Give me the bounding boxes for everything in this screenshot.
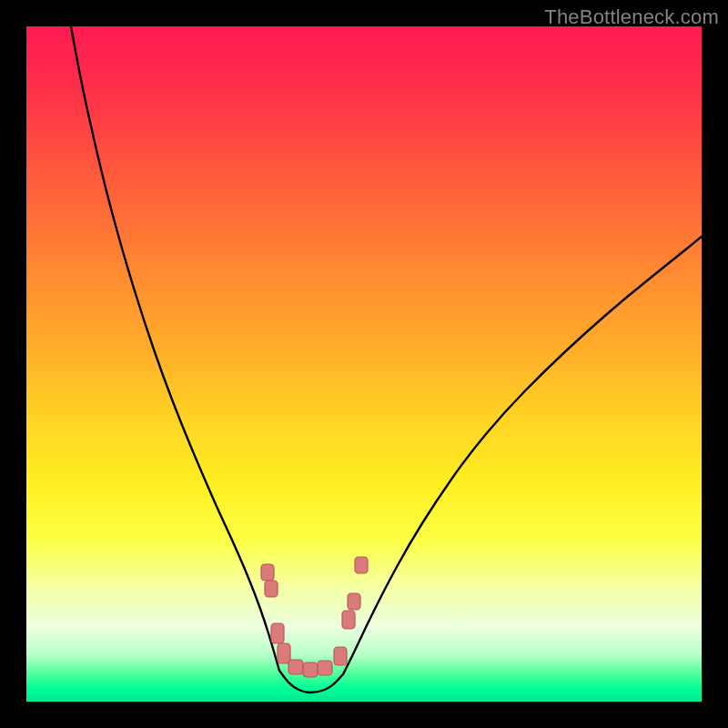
bead-floor-2 — [303, 662, 318, 677]
attribution-text: TheBottleneck.com — [544, 5, 719, 29]
bead-floor-1 — [288, 660, 303, 674]
curve-layer — [26, 26, 702, 702]
bead-left-3 — [271, 623, 284, 643]
bead-right-1 — [334, 647, 347, 665]
bead-left-1 — [261, 564, 274, 581]
bead-right-4 — [355, 557, 368, 573]
bead-left-2 — [265, 581, 278, 597]
bead-right-3 — [348, 593, 360, 610]
outer-frame: TheBottleneck.com — [0, 0, 728, 728]
bead-floor-3 — [318, 661, 332, 675]
plot-area — [26, 26, 702, 702]
bead-right-2 — [342, 611, 355, 629]
bottleneck-curve — [71, 26, 702, 693]
bead-left-4 — [278, 643, 290, 663]
